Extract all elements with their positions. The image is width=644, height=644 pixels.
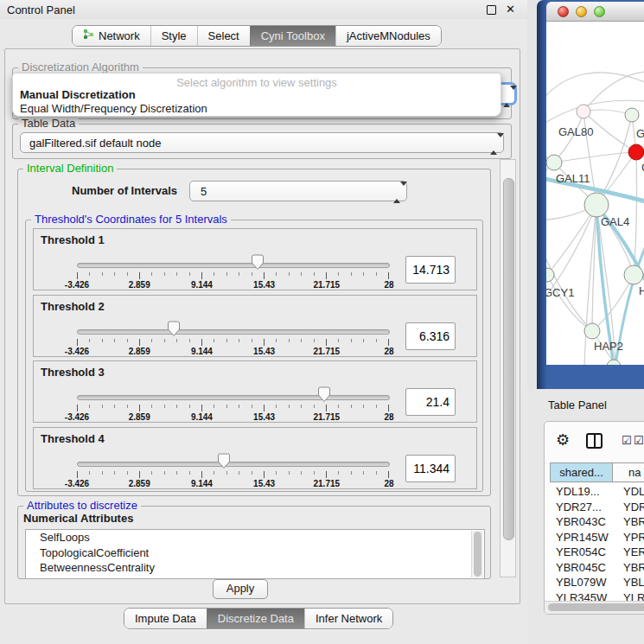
threshold-3-panel: Threshold 3 -3.426 2.859 9.144 15.43 bbox=[33, 360, 477, 423]
slider-handle[interactable] bbox=[251, 254, 264, 271]
minimize-traffic-light-icon[interactable] bbox=[576, 6, 587, 17]
threshold-1-value-field[interactable] bbox=[405, 256, 456, 284]
table-data-group: Table Data galFiltered.sif default node bbox=[12, 124, 512, 159]
table-row[interactable]: YDL19...YDL1 bbox=[550, 484, 644, 500]
content-scrollbar[interactable] bbox=[500, 159, 516, 577]
number-of-intervals-combobox[interactable]: 5 bbox=[189, 181, 407, 201]
combobox-value: 5 bbox=[201, 185, 207, 198]
control-panel-window: Control Panel ✕ Network Style Select Cyn… bbox=[0, 0, 527, 644]
threshold-label: Threshold 2 bbox=[41, 300, 105, 313]
table-toolbar: ⚙ ☑ ☑ bbox=[545, 422, 644, 462]
split-columns-icon[interactable] bbox=[586, 433, 603, 449]
group-title: Attributes to discretize bbox=[23, 499, 141, 512]
numerical-attributes-label: Numerical Attributes bbox=[23, 512, 133, 525]
node-bottom-partial[interactable] bbox=[607, 360, 621, 365]
table-row[interactable]: YBR045CYBR0 bbox=[550, 560, 644, 576]
svg-text:GAL11: GAL11 bbox=[556, 172, 590, 185]
node-hap2[interactable] bbox=[584, 323, 600, 339]
scrollbar-thumb[interactable] bbox=[503, 178, 514, 540]
thresholds-group: Threshold's Coordinates for 5 Intervals … bbox=[25, 220, 483, 492]
threshold-3-value-field[interactable] bbox=[405, 388, 456, 416]
apply-button[interactable]: Apply bbox=[213, 579, 268, 599]
zoom-traffic-light-icon[interactable] bbox=[594, 6, 605, 17]
dropdown-option-equal-width-frequency[interactable]: Equal Width/Frequency Discretization bbox=[20, 102, 207, 115]
threshold-label: Threshold 4 bbox=[41, 432, 105, 445]
table-row[interactable]: YBR043CYBR0 bbox=[550, 514, 644, 530]
threshold-2-panel: Threshold 2 -3.426 2.859 9.144 15.43 bbox=[33, 295, 477, 357]
close-icon[interactable]: ✕ bbox=[506, 3, 515, 16]
cyni-mode-tabs: Impute Data Discretize Data Infer Networ… bbox=[124, 608, 393, 629]
tab-label: Network bbox=[99, 27, 140, 46]
list-scrollbar[interactable] bbox=[471, 531, 483, 577]
tab-network[interactable]: Network bbox=[73, 26, 150, 46]
node-gal80[interactable] bbox=[577, 105, 590, 118]
slider-tick-labels: -3.426 2.859 9.144 15.43 21.715 28 bbox=[77, 479, 389, 489]
column-header-name[interactable]: na bbox=[613, 462, 644, 482]
table-row[interactable]: YER054CYER0 bbox=[550, 545, 644, 560]
node-top-right[interactable] bbox=[625, 108, 639, 122]
numerical-attributes-list[interactable]: SelfLoops TopologicalCoefficient Between… bbox=[25, 529, 485, 579]
slider-track[interactable] bbox=[77, 395, 390, 400]
checkbox-icon[interactable]: ☑ bbox=[634, 434, 644, 447]
table-panel-area: Table Panel ⚙ ☑ ☑ shared... na YDL19...Y… bbox=[527, 389, 644, 644]
node-h[interactable] bbox=[624, 265, 643, 284]
combobox-value: galFiltered.sif default node bbox=[29, 137, 161, 150]
node-gal11[interactable] bbox=[546, 155, 562, 170]
svg-text:GAL80: GAL80 bbox=[558, 125, 593, 138]
list-item[interactable]: TopologicalCoefficient bbox=[26, 545, 484, 561]
dropdown-option-manual-discretization[interactable]: Manual Discretization bbox=[20, 88, 136, 101]
group-title: Discretization Algorithm bbox=[18, 61, 143, 73]
tab-infer-network[interactable]: Infer Network bbox=[304, 609, 392, 628]
table-data-combobox[interactable]: galFiltered.sif default node bbox=[20, 132, 504, 153]
scrollbar-thumb[interactable] bbox=[474, 532, 481, 577]
control-panel-titlebar: Control Panel ✕ bbox=[0, 0, 527, 19]
node-selected-red[interactable] bbox=[628, 144, 644, 160]
slider-handle[interactable] bbox=[168, 321, 181, 337]
slider-track[interactable] bbox=[77, 329, 390, 335]
tab-impute-data[interactable]: Impute Data bbox=[124, 609, 207, 628]
network-icon bbox=[83, 27, 94, 46]
threshold-4-panel: Threshold 4 -3.426 2.859 9.144 15.43 bbox=[33, 427, 477, 489]
network-canvas[interactable]: GAL80 GA C GAL11 GAL4 GCY1 H HAP2 bbox=[546, 22, 644, 365]
threshold-2-value-field[interactable] bbox=[405, 322, 456, 350]
slider-track[interactable] bbox=[77, 263, 390, 268]
stepper-icon bbox=[503, 90, 510, 103]
list-item[interactable]: SelfLoops bbox=[26, 530, 484, 545]
group-title: Threshold's Coordinates for 5 Intervals bbox=[31, 213, 231, 226]
node-gal4[interactable] bbox=[584, 193, 609, 217]
table-horizontal-scrollbar[interactable] bbox=[545, 601, 644, 614]
scrollbar-thumb[interactable] bbox=[548, 603, 644, 611]
slider-handle[interactable] bbox=[317, 386, 330, 403]
tab-jactivemnodules[interactable]: jActiveMNodules bbox=[335, 26, 441, 46]
table-header: shared... na bbox=[550, 462, 644, 482]
table-row[interactable]: YLR345WYLR3 bbox=[550, 590, 644, 603]
table-row[interactable]: YBL079WYBL0 bbox=[550, 575, 644, 590]
list-item[interactable]: BetweennessCentrality bbox=[26, 560, 484, 576]
threshold-4-value-field[interactable] bbox=[405, 455, 456, 482]
threshold-label: Threshold 1 bbox=[41, 233, 105, 246]
close-traffic-light-icon[interactable] bbox=[558, 6, 569, 17]
threshold-label: Threshold 3 bbox=[41, 366, 105, 379]
svg-text:HAP2: HAP2 bbox=[594, 340, 623, 353]
gear-icon[interactable]: ⚙ bbox=[556, 430, 570, 449]
tab-discretize-data[interactable]: Discretize Data bbox=[207, 609, 304, 628]
slider-handle[interactable] bbox=[218, 453, 231, 469]
cyni-toolbox-content: Discretization Algorithm Table Data galF… bbox=[4, 48, 520, 604]
checkbox-icon[interactable]: ☑ bbox=[622, 434, 632, 447]
table-row[interactable]: YDR27...YDR2 bbox=[550, 500, 644, 515]
table-row[interactable]: YPR145WYPR1 bbox=[550, 530, 644, 545]
float-window-icon[interactable] bbox=[487, 5, 496, 15]
tab-cyni-toolbox[interactable]: Cyni Toolbox bbox=[250, 26, 335, 46]
node-gcy1[interactable] bbox=[546, 268, 554, 282]
interval-definition-group: Interval Definition Number of Intervals … bbox=[17, 169, 491, 496]
slider-track[interactable] bbox=[77, 462, 390, 467]
algorithm-dropdown-popup: Select algorithm to view settings Manual… bbox=[12, 73, 501, 117]
table-panel-title: Table Panel bbox=[548, 399, 607, 411]
column-header-shared-name[interactable]: shared... bbox=[550, 462, 613, 482]
tab-select[interactable]: Select bbox=[197, 26, 250, 46]
tab-style[interactable]: Style bbox=[150, 26, 197, 46]
slider-tick-labels: -3.426 2.859 9.144 15.43 21.715 28 bbox=[77, 280, 389, 290]
stepper-icon bbox=[490, 137, 497, 150]
table-body: YDL19...YDL1 YDR27...YDR2 YBR043CYBR0 YP… bbox=[550, 484, 644, 602]
group-title: Interval Definition bbox=[23, 162, 117, 175]
